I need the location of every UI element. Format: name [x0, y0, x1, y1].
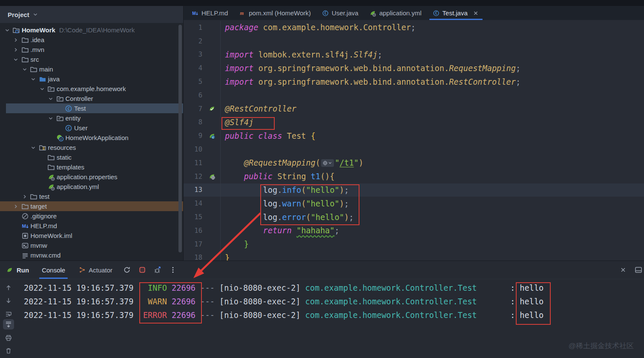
code-line-10[interactable]: 10 — [184, 143, 644, 156]
chevron-down-icon[interactable] — [37, 86, 46, 92]
code-line-3[interactable]: 3import lombok.extern.slf4j.Slf4j; — [184, 48, 644, 62]
editor-tab-Test.java[interactable]: CTest.java — [427, 6, 485, 20]
code-line-7[interactable]: 7@RestController — [184, 102, 644, 116]
chevron-down-icon[interactable] — [46, 115, 55, 122]
chevron-down-icon[interactable] — [29, 144, 38, 151]
bug-icon[interactable] — [151, 263, 164, 276]
tree-item-mvnw.cmd[interactable]: mvnw.cmd — [0, 250, 183, 260]
code-line-5[interactable]: 5import org.springframework.web.bind.ann… — [184, 75, 644, 89]
editor-tab-pom.xml-HomeWork-[interactable]: mpom.xml (HomeWork) — [233, 6, 316, 20]
scroll-up-icon[interactable] — [3, 283, 14, 293]
code-line-18[interactable]: 18} — [184, 251, 644, 261]
tree-item-.idea[interactable]: .idea — [0, 35, 183, 45]
console-tab-actuator[interactable]: Actuator — [72, 261, 119, 279]
tree-item-HELP.md[interactable]: MHELP.md — [0, 221, 183, 231]
editor-tab-application.yml[interactable]: application.yml — [364, 6, 427, 20]
tree-item-com.example.homework[interactable]: com.example.homework — [0, 84, 183, 94]
kebab-icon[interactable] — [167, 263, 179, 276]
editor-tab-User.java[interactable]: CUser.java — [316, 6, 364, 20]
tree-item-mvnw[interactable]: mvnw — [0, 241, 183, 250]
tree-item-templates[interactable]: templates — [0, 162, 183, 172]
editor-tab-HELP.md[interactable]: MHELP.md — [186, 6, 233, 20]
open-in-browser-chip[interactable] — [321, 159, 334, 167]
tree-item-main[interactable]: main — [0, 64, 183, 74]
tree-item-label: entity — [66, 115, 81, 122]
chevron-down-icon[interactable] — [29, 76, 38, 83]
tree-item-test[interactable]: test — [0, 192, 183, 201]
code-line-4[interactable]: 4import org.springframework.web.bind.ann… — [184, 61, 644, 75]
tree-item-Test[interactable]: CTest — [0, 103, 183, 113]
line-number: 18 — [184, 254, 203, 261]
close-icon[interactable] — [472, 10, 479, 17]
tree-item-java[interactable]: java — [0, 74, 183, 84]
scroll-to-end-icon[interactable] — [3, 319, 14, 329]
code-line-1[interactable]: 1package com.example.homework.Controller… — [184, 21, 644, 34]
spring-bean-gutter-icon[interactable] — [203, 105, 220, 112]
token: ; — [344, 199, 349, 208]
close-icon[interactable] — [617, 263, 630, 276]
tree-item-User[interactable]: CUser — [0, 123, 183, 133]
console-tab-console[interactable]: Console — [35, 261, 72, 279]
tree-item-label: test — [39, 193, 49, 200]
tree-item-label: application.yml — [57, 183, 99, 190]
chevron-down-icon[interactable] — [3, 27, 12, 34]
code-line-6[interactable]: 6 — [184, 89, 644, 102]
tree-item-label: mvnw.cmd — [31, 252, 61, 259]
code-line-9[interactable]: 9cpublic class Test { — [184, 129, 644, 143]
spring-class-gutter-icon[interactable]: c — [203, 132, 220, 140]
layout-icon[interactable] — [632, 263, 644, 276]
spring-mapping-gutter-icon[interactable] — [203, 173, 220, 180]
chevron-down-icon[interactable] — [12, 56, 20, 63]
chevron-down-icon[interactable] — [20, 66, 29, 73]
code-line-17[interactable]: 17 } — [184, 238, 644, 251]
project-tree-scrollbar[interactable] — [178, 25, 182, 252]
tree-item-HomeWork[interactable]: HomeWorkD:\Code_IDEA\HomeWork — [0, 25, 183, 35]
refresh-icon[interactable] — [121, 263, 133, 276]
code-line-2[interactable]: 2 — [184, 34, 644, 48]
tree-item-resources[interactable]: resources — [0, 143, 183, 152]
tree-item-HomeWorkApplication[interactable]: cHomeWorkApplication — [0, 133, 183, 143]
tree-item-label: HomeWorkApplication — [66, 134, 129, 141]
clear-icon[interactable] — [3, 346, 14, 356]
soft-wrap-icon[interactable] — [3, 309, 14, 319]
print-icon[interactable] — [3, 333, 14, 343]
code-line-15[interactable]: 15 log.error("hello"); — [184, 210, 644, 224]
tree-item-.mvn[interactable]: .mvn — [0, 45, 183, 54]
tree-item-application.properties[interactable]: application.properties — [0, 172, 183, 182]
line-number: 7 — [184, 105, 203, 113]
token: } — [244, 240, 249, 249]
tree-item-entity[interactable]: entity — [0, 113, 183, 123]
tree-item-HomeWork.iml[interactable]: HomeWork.iml — [0, 231, 183, 241]
tree-item-application.yml[interactable]: application.yml — [0, 182, 183, 192]
chevron-down-icon[interactable] — [46, 95, 55, 102]
chevron-right-icon[interactable] — [12, 37, 20, 43]
chevron-right-icon[interactable] — [12, 46, 20, 53]
code-line-13[interactable]: 13 log.info("hello"); — [184, 183, 644, 197]
code-editor[interactable]: 1package com.example.homework.Controller… — [184, 20, 644, 261]
token: info — [282, 186, 301, 195]
code-line-8[interactable]: 8@Slf4j — [184, 116, 644, 129]
run-tab[interactable]: Run — [6, 261, 35, 279]
scroll-down-icon[interactable] — [3, 295, 14, 306]
tree-item-Controller[interactable]: Controller — [0, 94, 183, 103]
intellij-idea-window: Project HomeWorkD:\Code_IDEA\HomeWork.id… — [0, 0, 644, 358]
project-view-selector[interactable]: Project — [0, 6, 183, 23]
code-line-12[interactable]: 12 public String t1(){ — [184, 170, 644, 183]
token: lombok.extern.slf4j. — [258, 50, 354, 59]
chevron-right-icon[interactable] — [12, 203, 20, 210]
tree-item-src[interactable]: src — [0, 54, 183, 64]
log-row-3: 2022-11-15 19:16:57.379 ERROR 22696 --- … — [24, 308, 644, 322]
code-line-11[interactable]: 11 @RequestMapping("/t1") — [184, 156, 644, 170]
code-line-text: } — [220, 238, 644, 251]
log-timestamp: 2022-11-15 19:16:57.379 — [24, 284, 133, 292]
code-line-14[interactable]: 14 log.warn("hello"); — [184, 197, 644, 210]
tree-item-target[interactable]: target — [0, 201, 183, 211]
chevron-right-icon[interactable] — [20, 193, 29, 200]
stop-icon[interactable] — [136, 263, 149, 276]
springboot-class-icon: c — [55, 134, 65, 142]
tree-item-static[interactable]: static — [0, 152, 183, 162]
tree-item-.gitignore[interactable]: .gitignore — [0, 211, 183, 221]
console-log[interactable]: 2022-11-15 19:16:57.379 INFO 22696 --- [… — [17, 279, 644, 358]
run-toolbar: RunConsoleActuator — [0, 261, 644, 279]
code-line-16[interactable]: 16 return "hahaha"; — [184, 224, 644, 238]
